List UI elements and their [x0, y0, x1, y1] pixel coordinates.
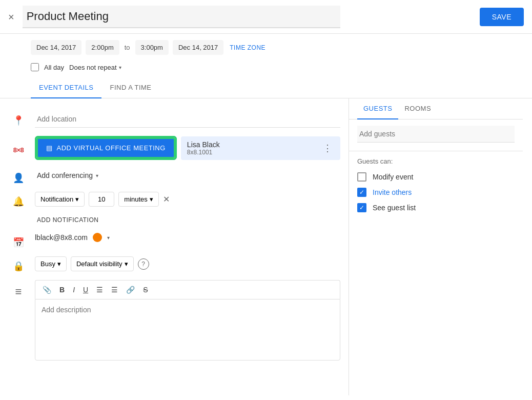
close-button[interactable]: × — [8, 12, 14, 22]
tab-find-time[interactable]: FIND A TIME — [101, 77, 159, 98]
link-button[interactable]: 🔗 — [123, 284, 138, 296]
description-area: 📎 B I U ☰ ☰ 🔗 S — [35, 280, 340, 361]
more-vert-icon[interactable]: ⋮ — [321, 141, 334, 156]
status-controls: Busy ▾ Default visibility ▾ ? — [35, 256, 149, 271]
notification-value-input[interactable] — [89, 192, 114, 207]
conferencing-dropdown[interactable]: Add conferencing ▾ — [35, 168, 100, 183]
end-time-button[interactable]: 3:00pm — [135, 40, 169, 55]
start-date-button[interactable]: Dec 14, 2017 — [31, 40, 81, 55]
status-row: 🔒 Busy ▾ Default visibility ▾ ? — [0, 252, 349, 276]
guests-can-title: Guests can: — [357, 157, 515, 165]
calendar-email: lblack@8x8.com — [35, 233, 88, 242]
bold-button[interactable]: B — [56, 284, 68, 296]
calendar-icon: 📅 — [8, 233, 29, 248]
notification-unit-dropdown[interactable]: minutes ▾ — [118, 192, 159, 207]
lock-icon: 🔒 — [8, 256, 29, 272]
tab-rooms[interactable]: ROOMS — [398, 98, 437, 119]
chevron-down-icon: ▾ — [57, 260, 61, 268]
conference-id: 8x8.1001 — [187, 149, 317, 156]
end-date-button[interactable]: Dec 14, 2017 — [173, 40, 223, 55]
ordered-list-button[interactable]: ☰ — [93, 284, 106, 296]
divider — [349, 151, 523, 151]
invite-others-label: Invite others — [373, 188, 412, 196]
conferencing-row: 👤 Add conferencing ▾ — [0, 164, 349, 188]
location-input[interactable] — [35, 111, 340, 128]
guests-search-area — [349, 119, 523, 149]
virtual-btn-label: ADD VIRTUAL OFFICE MEETING — [57, 144, 166, 152]
guests-can-item-see-list: ✓ See guest list — [357, 200, 515, 215]
add-notification-link[interactable]: ADD NOTIFICATION — [35, 212, 100, 228]
guests-can-section: Guests can: Modify event ✓ Invite others… — [349, 153, 523, 217]
attach-button[interactable]: 📎 — [39, 284, 54, 296]
notification-controls: Notification ▾ minutes ▾ ✕ — [35, 192, 170, 207]
busy-label: Busy — [40, 260, 55, 268]
eightx8-icon: 8×8 — [8, 142, 29, 154]
visibility-label: Default visibility — [76, 260, 122, 268]
notification-type-dropdown[interactable]: Notification ▾ — [35, 192, 85, 207]
tab-guests[interactable]: GUESTS — [357, 98, 398, 119]
tabs-area: EVENT DETAILS FIND A TIME — [0, 77, 532, 98]
top-bar: × SAVE — [0, 0, 532, 34]
strikethrough-button[interactable]: S — [140, 284, 151, 296]
notification-type-label: Notification — [40, 195, 73, 203]
chevron-down-icon: ▾ — [75, 195, 79, 203]
guests-search-input[interactable] — [357, 126, 515, 143]
save-button[interactable]: SAVE — [480, 8, 524, 26]
chevron-down-icon: ▾ — [96, 173, 98, 178]
guests-can-item-invite: ✓ Invite others — [357, 185, 515, 200]
conference-entry: Lisa Black 8x8.1001 ⋮ — [181, 136, 340, 160]
calendar-row: 📅 lblack@8x8.com ▾ — [0, 229, 349, 252]
repeat-label: Does not repeat — [69, 64, 117, 71]
virtual-office-area: ▤ ADD VIRTUAL OFFICE MEETING Lisa Black … — [35, 136, 340, 160]
modify-event-label: Modify event — [373, 173, 413, 181]
description-icon: ≡ — [8, 280, 29, 298]
datetime-row: Dec 14, 2017 2:00pm to 3:00pm Dec 14, 20… — [0, 34, 532, 61]
help-icon[interactable]: ? — [138, 258, 149, 270]
invite-others-checkbox[interactable]: ✓ — [357, 188, 366, 197]
chevron-down-icon[interactable]: ▾ — [107, 235, 110, 241]
bell-icon: 🔔 — [8, 192, 29, 207]
visibility-dropdown[interactable]: Default visibility ▾ — [71, 256, 134, 271]
timezone-button[interactable]: TIME ZONE — [230, 44, 265, 51]
left-panel: 📍 8×8 ▤ ADD VIRTUAL OFFICE MEETING — [0, 98, 349, 395]
repeat-dropdown[interactable]: Does not repeat ▾ — [69, 64, 121, 71]
notification-unit-label: minutes — [124, 195, 148, 203]
notification-row: 🔔 Notification ▾ minutes ▾ ✕ — [0, 188, 349, 211]
calendar-controls: lblack@8x8.com ▾ — [35, 233, 110, 242]
allday-label: All day — [44, 64, 64, 71]
chevron-down-icon: ▾ — [119, 65, 121, 70]
start-time-button[interactable]: 2:00pm — [86, 40, 119, 55]
modify-event-checkbox[interactable] — [357, 172, 366, 182]
person-icon: 👤 — [8, 168, 29, 184]
conference-name: Lisa Black — [187, 141, 317, 149]
description-row: ≡ 📎 B I U ☰ ☰ 🔗 S — [0, 276, 349, 365]
tab-event-details[interactable]: EVENT DETAILS — [31, 77, 101, 98]
guests-can-item-modify: Modify event — [357, 169, 515, 185]
event-title-input[interactable] — [23, 6, 340, 28]
conference-row: ▤ ADD VIRTUAL OFFICE MEETING Lisa Black … — [35, 136, 340, 160]
description-textarea[interactable] — [35, 299, 340, 361]
virtual-btn-wrapper: ▤ ADD VIRTUAL OFFICE MEETING — [35, 136, 177, 160]
conferencing-label: Add conferencing — [37, 171, 93, 179]
add-virtual-office-button[interactable]: ▤ ADD VIRTUAL OFFICE MEETING — [36, 137, 175, 158]
to-label: to — [125, 44, 130, 51]
calendar-color-dot[interactable] — [93, 233, 102, 242]
busy-dropdown[interactable]: Busy ▾ — [35, 256, 67, 271]
see-guest-list-label: See guest list — [373, 204, 416, 212]
underline-button[interactable]: U — [80, 284, 91, 296]
see-guest-list-checkbox[interactable]: ✓ — [357, 203, 366, 212]
location-icon: 📍 — [8, 111, 29, 126]
spacer-icon — [8, 212, 29, 216]
chevron-down-icon: ▾ — [125, 260, 128, 268]
allday-checkbox[interactable] — [31, 63, 39, 71]
description-toolbar: 📎 B I U ☰ ☰ 🔗 S — [35, 280, 340, 299]
chevron-down-icon: ▾ — [150, 195, 153, 203]
unordered-list-button[interactable]: ☰ — [108, 284, 121, 296]
allday-row: All day Does not repeat ▾ — [0, 61, 532, 77]
remove-notification-button[interactable]: ✕ — [163, 194, 170, 204]
italic-button[interactable]: I — [70, 284, 78, 296]
right-panel: GUESTS ROOMS Guests can: Modify event ✓ … — [349, 98, 523, 395]
virtual-btn-icon: ▤ — [46, 144, 53, 152]
add-notification-row: ADD NOTIFICATION — [0, 211, 349, 229]
virtual-office-row: 8×8 ▤ ADD VIRTUAL OFFICE MEETING Lisa Bl… — [0, 132, 349, 164]
